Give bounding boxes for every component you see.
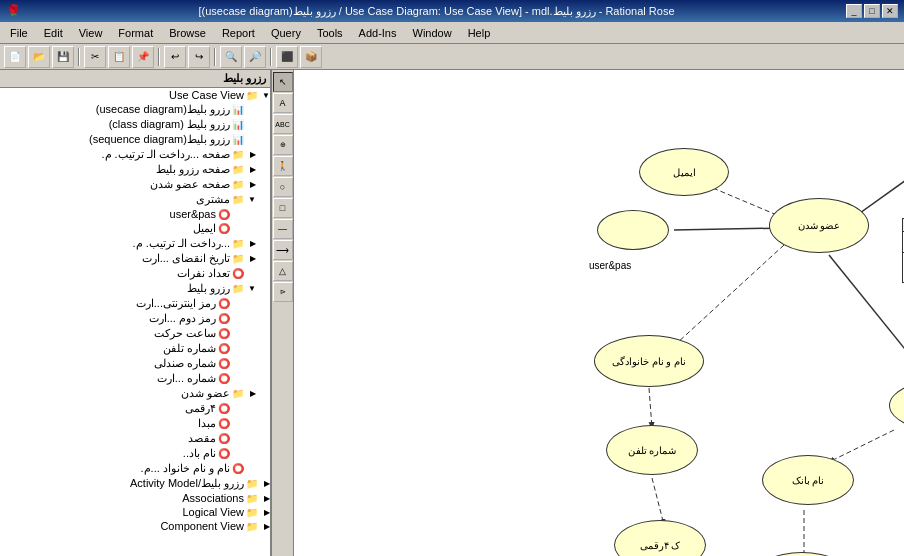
ellipse-email-label: ایمیل xyxy=(673,167,696,178)
tree-item[interactable]: ⭕ نام و نام خانواد ...م. xyxy=(0,461,270,476)
tree-icon: 📁 xyxy=(232,179,244,190)
tree-item[interactable]: ▶ 📁 Component View xyxy=(0,519,270,533)
main-layout: رزرو بلیط ▼ 📁 Use Case View 📊 رزرو بلیط(… xyxy=(0,70,904,556)
new-button[interactable]: 📄 xyxy=(4,46,26,68)
tree-item[interactable]: ⭕ ساعت حرکت xyxy=(0,326,270,341)
minimize-button[interactable]: _ xyxy=(846,4,862,18)
class-button[interactable]: 📦 xyxy=(300,46,322,68)
undo-button[interactable]: ↩ xyxy=(164,46,186,68)
tree-item[interactable]: ▶ 📁 رزرو بلیط/Activity Model xyxy=(0,476,270,491)
tree-icon: ⭕ xyxy=(218,328,230,339)
actor-tool[interactable]: 🚶 xyxy=(273,156,293,176)
tree-item[interactable]: 📊 رزرو بلیط(usecase diagram) xyxy=(0,102,270,117)
dep-tool[interactable]: ⟶ xyxy=(273,240,293,260)
tree-item[interactable]: ⭕ ۴رقمی xyxy=(0,401,270,416)
tree-item[interactable]: ⭕ ایمیل xyxy=(0,221,270,236)
tree-content[interactable]: ▼ 📁 Use Case View 📊 رزرو بلیط(usecase di… xyxy=(0,88,270,556)
tree-item[interactable]: ⭕ شماره ...ارت xyxy=(0,371,270,386)
tree-item[interactable]: ⭕ مقصد xyxy=(0,431,270,446)
gen-tool[interactable]: △ xyxy=(273,261,293,281)
tree-item[interactable]: ▶ 📁 صفحه عضو شدن xyxy=(0,177,270,192)
redo-button[interactable]: ↪ xyxy=(188,46,210,68)
tree-item[interactable]: ▶ 📁 Associations xyxy=(0,491,270,505)
tree-item[interactable]: ⭕ تعداد نفرات xyxy=(0,266,270,281)
ellipse-email[interactable]: ایمیل xyxy=(639,148,729,196)
tree-label: ...رداخت الـ ترتیب. م. xyxy=(133,237,230,250)
window-controls[interactable]: _ □ ✕ xyxy=(846,4,898,18)
anchor-tool[interactable]: ⊕ xyxy=(273,135,293,155)
tree-label: رزرو بلیط/Activity Model xyxy=(130,477,244,490)
ellipse-nambank[interactable]: نام بانک xyxy=(762,455,854,505)
tree-toggle: ▶ xyxy=(246,150,256,159)
copy-button[interactable]: 📋 xyxy=(108,46,130,68)
tree-item[interactable]: ▶ 📁 صفحه ...رداخت الـ ترتیب. م. xyxy=(0,147,270,162)
usecase-tool[interactable]: ○ xyxy=(273,177,293,197)
ellipse-code4-label: ک ۴رقمی xyxy=(640,540,681,551)
label-userpas: user&pas xyxy=(589,260,631,271)
close-button[interactable]: ✕ xyxy=(882,4,898,18)
tree-icon: 📁 xyxy=(246,521,258,532)
ellipse-internetcard[interactable]: رمز اینترنتی کارت xyxy=(752,552,852,556)
menu-query[interactable]: Query xyxy=(263,25,309,41)
text-tool[interactable]: A xyxy=(273,93,293,113)
select-tool[interactable]: ↖ xyxy=(273,72,293,92)
menu-view[interactable]: View xyxy=(71,25,111,41)
tree-item[interactable]: ▶ 📁 صفحه رزرو بلیط xyxy=(0,162,270,177)
tree-item[interactable]: ⭕ نام باد.. xyxy=(0,446,270,461)
tree-item[interactable]: ⭕ رمز اینترنتی...ارت xyxy=(0,296,270,311)
sep4 xyxy=(270,48,272,66)
tree-icon: 📁 xyxy=(232,149,244,160)
menu-help[interactable]: Help xyxy=(460,25,499,41)
save-button[interactable]: 💾 xyxy=(52,46,74,68)
tree-item[interactable]: ▼ 📁 Use Case View xyxy=(0,88,270,102)
menu-report[interactable]: Report xyxy=(214,25,263,41)
ellipse-member[interactable]: عضو شدن xyxy=(769,198,869,253)
ellipse-phone[interactable]: شماره تلفن xyxy=(606,425,698,475)
tree-toggle: ▶ xyxy=(260,479,270,488)
menu-file[interactable]: File xyxy=(2,25,36,41)
tree-icon: ⭕ xyxy=(218,403,230,414)
menu-browse[interactable]: Browse xyxy=(161,25,214,41)
tree-item[interactable]: ⭕ شماره تلفن xyxy=(0,341,270,356)
tree-header: رزرو بلیط xyxy=(0,70,270,88)
tree-icon: 📁 xyxy=(246,507,258,518)
tree-item[interactable]: ⭕ رمز دوم ...ارت xyxy=(0,311,270,326)
menu-tools[interactable]: Tools xyxy=(309,25,351,41)
browse-button[interactable]: ⬛ xyxy=(276,46,298,68)
cut-button[interactable]: ✂ xyxy=(84,46,106,68)
sep1 xyxy=(78,48,80,66)
tree-item[interactable]: ⭕ شماره صندلی xyxy=(0,356,270,371)
tree-item[interactable]: 📊 رزرو بلیط(sequence diagram) xyxy=(0,132,270,147)
tree-label: Use Case View xyxy=(169,89,244,101)
tree-item[interactable]: ▶ 📁 تاریخ انقضای ...ارت xyxy=(0,251,270,266)
diagram-canvas[interactable]: مشتری ایمیل عضو شدن user&pas رزرو بلیط xyxy=(294,70,904,556)
tree-item[interactable]: ⭕ user&pas xyxy=(0,207,270,221)
menu-window[interactable]: Window xyxy=(405,25,460,41)
package-tool[interactable]: □ xyxy=(273,198,293,218)
ellipse-payment[interactable]: پرداخت الکترونیکی xyxy=(889,378,904,433)
tree-item[interactable]: ▶ 📁 عضو شدن xyxy=(0,386,270,401)
tree-item[interactable]: ▼ 📁 رزرو بلیط xyxy=(0,281,270,296)
zoom-in-button[interactable]: 🔍 xyxy=(220,46,242,68)
tree-item[interactable]: ▶ 📁 ...رداخت الـ ترتیب. م. xyxy=(0,236,270,251)
diagram-area: ↖ A ABC ⊕ 🚶 ○ □ — ⟶ △ ⊳ xyxy=(272,70,904,556)
open-button[interactable]: 📂 xyxy=(28,46,50,68)
tree-item[interactable]: ▼ 📁 مشتری xyxy=(0,192,270,207)
tree-icon: 📁 xyxy=(232,388,244,399)
maximize-button[interactable]: □ xyxy=(864,4,880,18)
ellipse-userpas[interactable] xyxy=(597,210,669,250)
menu-edit[interactable]: Edit xyxy=(36,25,71,41)
menu-format[interactable]: Format xyxy=(110,25,161,41)
tree-item[interactable]: 📊 رزرو بلیط (class diagram) xyxy=(0,117,270,132)
ellipse-namefamily[interactable]: نام و نام خانوادگی xyxy=(594,335,704,387)
menu-addins[interactable]: Add-Ins xyxy=(351,25,405,41)
real-tool[interactable]: ⊳ xyxy=(273,282,293,302)
tree-item[interactable]: ▶ 📁 Logical View xyxy=(0,505,270,519)
zoom-out-button[interactable]: 🔎 xyxy=(244,46,266,68)
tree-item[interactable]: ⭕ مبدا xyxy=(0,416,270,431)
ellipse-code4[interactable]: ک ۴رقمی xyxy=(614,520,706,556)
ellipse-phone-label: شماره تلفن xyxy=(628,445,677,456)
assoc-tool[interactable]: — xyxy=(273,219,293,239)
paste-button[interactable]: 📌 xyxy=(132,46,154,68)
note-tool[interactable]: ABC xyxy=(273,114,293,134)
